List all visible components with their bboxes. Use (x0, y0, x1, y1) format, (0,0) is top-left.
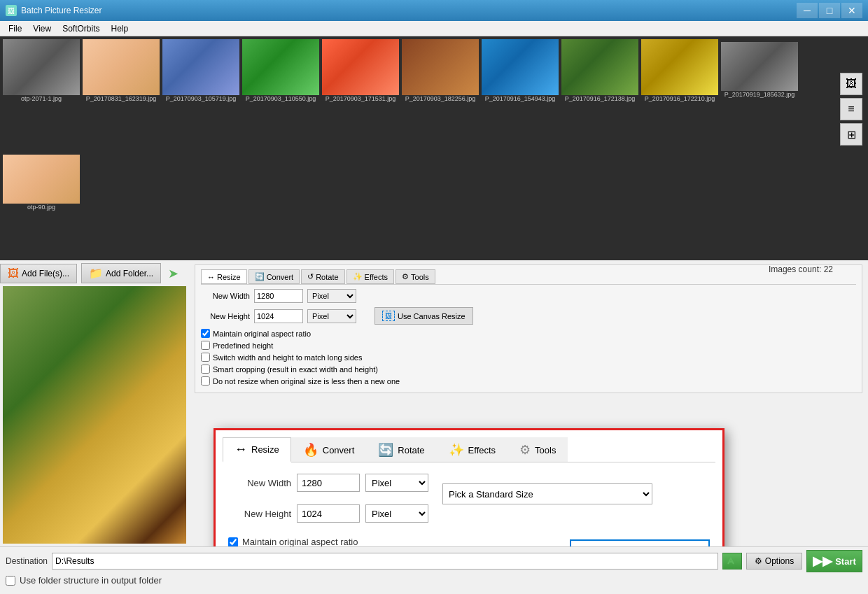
new-width-unit-select[interactable]: Pixel Percent Cm Inch (365, 474, 428, 492)
side-icon-1[interactable]: 🖼 (840, 73, 862, 95)
thumb-5[interactable]: P_20170903_171531.jpg (322, 39, 399, 149)
modal-tab-convert[interactable]: 🔥 Convert (291, 437, 367, 462)
new-height-unit-select[interactable]: Pixel Percent Cm Inch (365, 504, 428, 523)
bg-maintain-aspect-check[interactable] (201, 329, 210, 338)
thumb-2-label: P_20170831_162319.jpg (86, 95, 157, 102)
tools-tab-icon: ⚙ (519, 442, 531, 458)
thumb-6-label: P_20170903_182256.jpg (405, 95, 476, 102)
add-folder-button[interactable]: 📁 Add Folder... (81, 263, 161, 283)
side-icon-grid[interactable]: ⊞ (840, 123, 862, 146)
arrow-icon: ➤ (168, 266, 178, 281)
bg-width-unit-select[interactable]: Pixel (307, 289, 356, 303)
thumb-7[interactable]: P_20170916_154943.jpg (482, 39, 559, 149)
modal-tab-tools[interactable]: ⚙ Tools (507, 437, 568, 462)
folder-structure-row: Use folder structure in output folder (6, 575, 862, 586)
main-area: otp-2071-1.jpg P_20170831_162319.jpg P_2… (0, 36, 868, 594)
menu-file[interactable]: File (3, 22, 27, 35)
images-count: Images count: 22 (769, 264, 833, 274)
destination-label: Destination (6, 556, 48, 566)
thumb-5-label: P_20170903_171531.jpg (326, 95, 396, 102)
bg-new-height-row: New Height Pixel 🖼 Use Canvas Resize (201, 307, 856, 325)
resize-tab-icon: ↔ (234, 442, 247, 457)
side-icon-2[interactable]: ≡ (840, 98, 862, 120)
menu-view[interactable]: View (27, 22, 57, 35)
thumb-11-label: otp-90.jpg (27, 204, 55, 211)
thumb-2[interactable]: P_20170831_162319.jpg (83, 39, 160, 149)
thumb-10-label: P_20170919_185632.jpg (724, 91, 795, 98)
thumb-8-label: P_20170916_172138.jpg (565, 95, 636, 102)
bg-canvas-resize-button[interactable]: 🖼 Use Canvas Resize (374, 307, 473, 325)
destination-input[interactable] (52, 553, 718, 570)
options-button[interactable]: ⚙ Options (746, 553, 802, 570)
window-controls: ─ □ ✕ (797, 3, 862, 18)
bg-no-resize-row: Do not resize when original size is less… (201, 376, 856, 386)
bg-predefined-height-check[interactable] (201, 341, 210, 350)
add-files-row: 🖼 Add File(s)... 📁 Add Folder... ➤ (0, 260, 189, 286)
thumb-1[interactable]: otp-2071-1.jpg (3, 39, 80, 149)
maintain-aspect-row: Maintain original aspect ratio (228, 537, 556, 546)
bg-tab-resize[interactable]: ↔Resize (201, 269, 247, 284)
thumb-9-label: P_20170916_172210.jpg (645, 95, 715, 102)
image-grid: otp-2071-1.jpg P_20170831_162319.jpg P_2… (0, 36, 868, 260)
new-height-row: New Height Pixel Percent Cm Inch (228, 504, 428, 523)
new-width-label: New Width (228, 478, 291, 488)
menu-help[interactable]: Help (106, 22, 134, 35)
start-button[interactable]: ▶▶ Start (806, 550, 862, 572)
thumb-10[interactable]: P_20170919_185632.jpg (721, 42, 798, 149)
menu-softorbits[interactable]: SoftOrbits (57, 22, 105, 35)
gear-icon: ⚙ (755, 556, 762, 566)
bg-tab-convert[interactable]: 🔄Convert (248, 269, 300, 284)
start-arrow-icon: ▶▶ (813, 553, 832, 569)
destination-browse-button[interactable] (722, 553, 742, 570)
thumb-7-label: P_20170916_154943.jpg (485, 95, 556, 102)
bg-smart-crop-check[interactable] (201, 365, 210, 374)
bg-maintain-aspect-row: Maintain original aspect ratio (201, 329, 856, 338)
thumb-3-label: P_20170903_105719.jpg (166, 95, 237, 102)
bg-tabs: ↔Resize 🔄Convert ↺Rotate ✨Effects ⚙Tools (201, 269, 856, 285)
bg-tab-rotate[interactable]: ↺Rotate (301, 269, 344, 284)
new-width-row: New Width Pixel Percent Cm Inch (228, 474, 428, 492)
bg-width-input[interactable] (254, 289, 303, 303)
bg-new-height-label: New Height (201, 312, 250, 320)
destination-row: Destination ⚙ Options ▶▶ Start (6, 550, 862, 572)
preview-panel (3, 286, 186, 544)
modal-tabs: ↔ Resize 🔥 Convert 🔄 Rotate ✨ Effects ⚙ (223, 437, 715, 462)
side-toolbar: 🖼 ≡ ⊞ (840, 73, 862, 146)
bg-no-resize-check[interactable] (201, 376, 210, 386)
new-width-input[interactable] (297, 474, 360, 492)
bg-height-input[interactable] (254, 309, 303, 323)
bg-resize-panel: ↔Resize 🔄Convert ↺Rotate ✨Effects ⚙Tools (195, 264, 862, 393)
modal-tab-effects[interactable]: ✨ Effects (437, 437, 508, 462)
bottom-bar: Destination ⚙ Options ▶▶ Start Use folde… (0, 546, 868, 594)
thumb-3[interactable]: P_20170903_105719.jpg (162, 39, 239, 149)
convert-tab-icon: 🔥 (303, 442, 318, 458)
bg-tab-effects[interactable]: ✨Effects (346, 269, 394, 284)
modal-resize-panel: ↔ Resize 🔥 Convert 🔄 Rotate ✨ Effects ⚙ (214, 428, 724, 546)
add-files-button[interactable]: 🖼 Add File(s)... (0, 264, 77, 283)
bg-switch-wh-row: Switch width and height to match long si… (201, 353, 856, 362)
bg-smart-crop-row: Smart cropping (result in exact width an… (201, 365, 856, 374)
modal-tab-rotate[interactable]: 🔄 Rotate (366, 437, 436, 462)
thumb-6[interactable]: P_20170903_182256.jpg (402, 39, 479, 149)
rotate-tab-icon: 🔄 (378, 442, 393, 458)
app-icon: 🖼 (6, 5, 17, 16)
modal-form: New Width Pixel Percent Cm Inch New He (223, 471, 715, 546)
standard-size-select[interactable]: Pick a Standard Size 800x600 1024x768 12… (442, 483, 652, 504)
minimize-button[interactable]: ─ (797, 3, 818, 18)
bg-predefined-height-row: Predefined height (201, 341, 856, 350)
menu-bar: File View SoftOrbits Help (0, 21, 868, 36)
thumb-11[interactable]: otp-90.jpg (3, 155, 80, 257)
thumb-8[interactable]: P_20170916_172138.jpg (561, 39, 638, 149)
maximize-button[interactable]: □ (819, 3, 840, 18)
thumb-9[interactable]: P_20170916_172210.jpg (641, 39, 718, 149)
folder-structure-check[interactable] (6, 576, 15, 586)
modal-tab-resize[interactable]: ↔ Resize (223, 437, 291, 462)
close-button[interactable]: ✕ (841, 3, 862, 18)
thumb-4[interactable]: P_20170903_110550.jpg (242, 39, 319, 149)
bg-switch-wh-check[interactable] (201, 353, 210, 362)
canvas-resize-button[interactable]: Use Canvas Resize (570, 539, 710, 546)
bg-tab-tools[interactable]: ⚙Tools (396, 269, 435, 284)
bg-height-unit-select[interactable]: Pixel (307, 309, 356, 323)
maintain-aspect-check[interactable] (228, 537, 238, 547)
new-height-input[interactable] (297, 504, 360, 523)
